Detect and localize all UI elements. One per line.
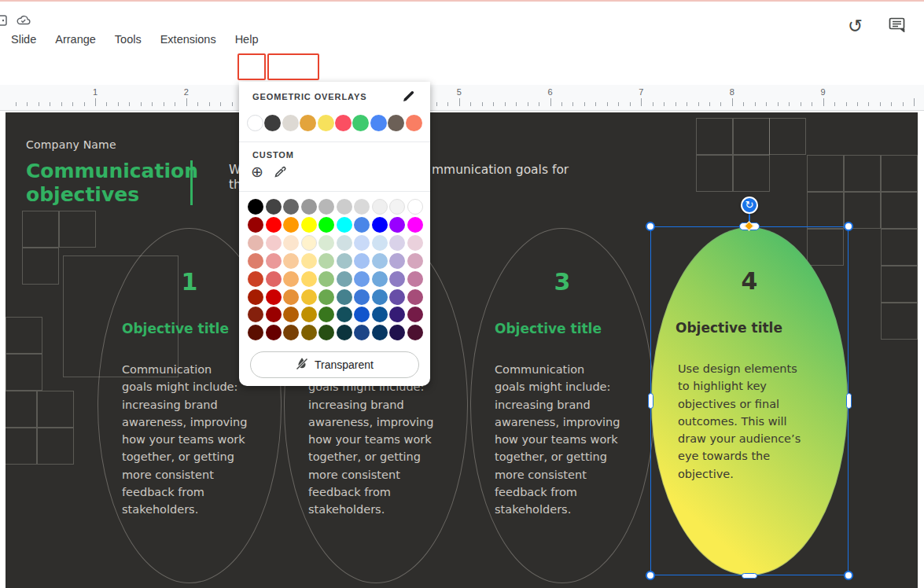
palette-color-swatch[interactable]: [248, 325, 263, 340]
subtitle-fragment-3[interactable]: mmunication goals for: [432, 163, 569, 177]
palette-color-swatch[interactable]: [389, 325, 405, 340]
palette-color-swatch[interactable]: [283, 253, 299, 269]
resize-handle-top-left[interactable]: [646, 222, 655, 231]
palette-color-swatch[interactable]: [266, 235, 282, 251]
palette-color-swatch[interactable]: [318, 325, 334, 340]
theme-color-swatch[interactable]: [352, 115, 369, 131]
palette-color-swatch[interactable]: [407, 199, 423, 215]
palette-color-swatch[interactable]: [283, 271, 299, 287]
palette-color-swatch[interactable]: [266, 199, 282, 215]
palette-color-swatch[interactable]: [318, 253, 334, 269]
slide[interactable]: Company Name Communication objectives W …: [6, 112, 918, 588]
palette-color-swatch[interactable]: [389, 289, 405, 305]
palette-color-swatch[interactable]: [283, 289, 299, 305]
theme-color-swatch[interactable]: [370, 115, 387, 131]
palette-color-swatch[interactable]: [354, 325, 370, 340]
palette-color-swatch[interactable]: [372, 271, 388, 287]
palette-color-swatch[interactable]: [337, 289, 352, 305]
palette-color-swatch[interactable]: [301, 235, 317, 251]
palette-color-swatch[interactable]: [407, 253, 423, 269]
palette-color-swatch[interactable]: [266, 307, 282, 322]
palette-color-swatch[interactable]: [337, 235, 352, 251]
palette-color-swatch[interactable]: [248, 235, 263, 251]
palette-color-swatch[interactable]: [407, 235, 423, 251]
palette-color-swatch[interactable]: [337, 217, 352, 233]
palette-color-swatch[interactable]: [389, 235, 405, 251]
palette-color-swatch[interactable]: [354, 253, 370, 269]
rotation-handle[interactable]: ↻: [741, 197, 758, 214]
add-custom-color-icon[interactable]: ⊕: [251, 163, 263, 181]
comments-icon[interactable]: [889, 17, 905, 35]
palette-color-swatch[interactable]: [301, 199, 317, 215]
eyedropper-icon[interactable]: [274, 165, 287, 182]
palette-color-swatch[interactable]: [337, 307, 352, 322]
palette-color-swatch[interactable]: [283, 217, 299, 233]
palette-color-swatch[interactable]: [283, 307, 299, 322]
palette-color-swatch[interactable]: [318, 199, 334, 215]
palette-color-swatch[interactable]: [407, 271, 423, 287]
theme-color-swatch[interactable]: [335, 115, 352, 131]
palette-color-swatch[interactable]: [248, 217, 263, 233]
palette-color-swatch[interactable]: [301, 325, 317, 340]
theme-color-swatch[interactable]: [318, 115, 334, 131]
palette-color-swatch[interactable]: [389, 271, 405, 287]
theme-color-swatch[interactable]: [247, 115, 263, 131]
palette-color-swatch[interactable]: [354, 199, 370, 215]
resize-handle-bottom-left[interactable]: [646, 571, 655, 580]
palette-color-swatch[interactable]: [301, 217, 317, 233]
palette-color-swatch[interactable]: [354, 289, 370, 305]
palette-color-swatch[interactable]: [318, 307, 334, 322]
palette-color-swatch[interactable]: [407, 325, 423, 340]
palette-color-swatch[interactable]: [318, 289, 334, 305]
palette-color-swatch[interactable]: [248, 253, 263, 269]
palette-color-swatch[interactable]: [407, 289, 423, 305]
slide-title-text[interactable]: Communication objectives: [26, 160, 198, 207]
company-name-text[interactable]: Company Name: [26, 138, 116, 151]
palette-color-swatch[interactable]: [283, 199, 299, 215]
palette-color-swatch[interactable]: [407, 217, 423, 233]
theme-color-swatch[interactable]: [388, 115, 404, 131]
objective-oval-3[interactable]: 3 Objective title Communication goals mi…: [470, 228, 654, 583]
palette-color-swatch[interactable]: [248, 289, 263, 305]
version-history-icon[interactable]: ↺: [848, 16, 863, 37]
palette-color-swatch[interactable]: [337, 271, 352, 287]
objective-title[interactable]: Objective title: [495, 321, 602, 336]
palette-color-swatch[interactable]: [337, 325, 352, 340]
objective-number[interactable]: 3: [471, 268, 653, 296]
resize-handle-bottom[interactable]: [742, 573, 757, 579]
palette-color-swatch[interactable]: [266, 217, 282, 233]
palette-color-swatch[interactable]: [266, 253, 282, 269]
palette-color-swatch[interactable]: [337, 199, 352, 215]
theme-color-swatch[interactable]: [300, 115, 316, 131]
palette-color-swatch[interactable]: [337, 253, 352, 269]
palette-color-swatch[interactable]: [372, 325, 388, 340]
palette-color-swatch[interactable]: [301, 307, 317, 322]
palette-color-swatch[interactable]: [301, 289, 317, 305]
theme-color-swatch[interactable]: [264, 115, 281, 131]
palette-color-swatch[interactable]: [318, 271, 334, 287]
palette-color-swatch[interactable]: [389, 217, 405, 233]
palette-color-swatch[interactable]: [372, 307, 388, 322]
objective-body[interactable]: Communication goals might include: incre…: [495, 361, 638, 519]
palette-color-swatch[interactable]: [318, 235, 334, 251]
menu-tools[interactable]: Tools: [115, 33, 142, 46]
resize-handle-bottom-right[interactable]: [844, 571, 853, 580]
resize-handle-top-right[interactable]: [844, 222, 853, 231]
menu-help[interactable]: Help: [235, 33, 259, 46]
palette-color-swatch[interactable]: [283, 325, 299, 340]
palette-color-swatch[interactable]: [266, 271, 282, 287]
palette-color-swatch[interactable]: [372, 199, 388, 215]
palette-color-swatch[interactable]: [248, 271, 263, 287]
palette-color-swatch[interactable]: [407, 307, 423, 322]
palette-color-swatch[interactable]: [372, 217, 388, 233]
palette-color-swatch[interactable]: [301, 253, 317, 269]
palette-color-swatch[interactable]: [389, 199, 405, 215]
palette-color-swatch[interactable]: [354, 217, 370, 233]
palette-color-swatch[interactable]: [354, 271, 370, 287]
palette-color-swatch[interactable]: [318, 217, 334, 233]
palette-color-swatch[interactable]: [372, 235, 388, 251]
palette-color-swatch[interactable]: [283, 235, 299, 251]
menu-arrange[interactable]: Arrange: [55, 33, 96, 46]
palette-color-swatch[interactable]: [354, 235, 370, 251]
palette-color-swatch[interactable]: [248, 199, 263, 215]
